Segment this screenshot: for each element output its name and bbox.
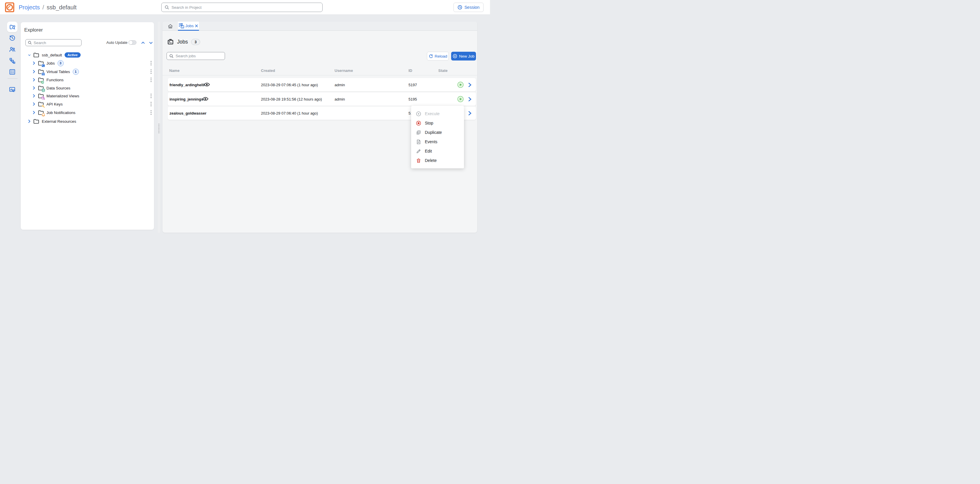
- home-icon: [167, 23, 173, 29]
- chevron-right-icon[interactable]: [33, 102, 35, 106]
- chevron-right-icon[interactable]: [28, 119, 31, 123]
- tree-item-functions[interactable]: f() Functions: [21, 76, 154, 84]
- chevron-right-icon[interactable]: [33, 70, 35, 73]
- tab-home[interactable]: [164, 22, 177, 31]
- tree-item-materialized-views[interactable]: Materialized Views: [21, 92, 154, 100]
- chevron-down-icon[interactable]: [28, 53, 31, 57]
- pencil-icon: [416, 149, 421, 154]
- tree-item-label: Job Notifications: [46, 110, 75, 115]
- panel-resize-handle[interactable]: [158, 22, 160, 232]
- job-row-inspiring-jennings[interactable]: inspiring_jennings 2023-08-28 19:51:56 (…: [168, 92, 476, 106]
- play-circle-icon: [416, 111, 421, 116]
- explorer-search-input[interactable]: [33, 41, 79, 45]
- job-id: 5197: [409, 83, 417, 87]
- job-username: admin: [334, 97, 345, 102]
- breadcrumb-separator: /: [42, 4, 44, 11]
- jobs-search-input[interactable]: [176, 54, 222, 58]
- menu-item-label: Events: [425, 139, 438, 144]
- rail-divider: [8, 78, 18, 79]
- tree-item-job-notifications[interactable]: Job Notifications: [21, 109, 154, 116]
- trash-icon: [416, 158, 421, 163]
- rail-lineage-tab[interactable]: [7, 56, 18, 66]
- menu-item-label: Execute: [425, 111, 440, 116]
- rail-monitoring-tab[interactable]: [7, 84, 18, 95]
- kebab-menu-icon[interactable]: [148, 77, 154, 83]
- project-search[interactable]: [161, 3, 323, 12]
- breadcrumb-projects-link[interactable]: Projects: [19, 4, 40, 11]
- state-running-icon[interactable]: [457, 96, 464, 102]
- eye-icon[interactable]: [204, 81, 210, 88]
- tree-item-api-keys[interactable]: API Keys: [21, 100, 154, 108]
- reload-icon: [429, 54, 433, 59]
- rail-users-tab[interactable]: [7, 44, 18, 55]
- reload-label: Reload: [435, 54, 447, 59]
- rail-details-tab[interactable]: [7, 67, 18, 77]
- virtual-tables-count-badge: 1: [73, 69, 79, 75]
- expand-all-button[interactable]: [148, 40, 153, 45]
- chevron-right-icon[interactable]: [33, 61, 35, 65]
- project-search-input[interactable]: [172, 5, 319, 10]
- kebab-menu-icon[interactable]: [148, 93, 154, 99]
- chevron-right-icon[interactable]: [33, 111, 35, 114]
- row-expand-chevron-icon[interactable]: [468, 96, 472, 102]
- rail-history-tab[interactable]: [7, 33, 18, 43]
- kebab-menu-icon[interactable]: [148, 110, 154, 115]
- chevron-right-icon[interactable]: [33, 86, 35, 90]
- job-name: friendly_ardinghelli: [169, 83, 205, 87]
- session-button[interactable]: Session: [453, 3, 484, 12]
- reload-button[interactable]: Reload: [427, 52, 449, 61]
- menu-item-events[interactable]: Events: [411, 137, 464, 146]
- chevron-right-icon[interactable]: [33, 94, 35, 98]
- terminal-glyph-icon: [41, 64, 45, 67]
- app-root: Projects / ssb_default Session: [0, 0, 490, 242]
- chevron-right-icon[interactable]: [33, 78, 35, 81]
- eye-icon[interactable]: [202, 96, 208, 102]
- close-icon[interactable]: [195, 24, 198, 27]
- explorer-search[interactable]: [25, 39, 81, 46]
- details-list-icon: [9, 68, 16, 75]
- row-expand-chevron-icon[interactable]: [468, 110, 472, 116]
- users-icon: [9, 46, 16, 53]
- search-icon: [169, 54, 173, 58]
- state-running-icon[interactable]: [457, 81, 464, 88]
- tree-item-virtual-tables[interactable]: Virtual Tables 1: [21, 68, 154, 75]
- key-glyph-icon: [42, 105, 45, 108]
- collapse-all-button[interactable]: [140, 40, 145, 45]
- tree-item-data-sources[interactable]: Data Sources: [21, 84, 154, 92]
- kebab-menu-icon[interactable]: [148, 61, 154, 66]
- drag-dots-icon: [158, 123, 160, 133]
- ssb-logo-icon[interactable]: [5, 2, 14, 12]
- job-row-friendly-ardinghelli[interactable]: friendly_ardinghelli 2023-08-29 07:06:45…: [168, 78, 476, 91]
- tree-item-label: API Keys: [46, 102, 63, 107]
- explorer-title: Explorer: [24, 27, 43, 33]
- db-search-glyph-icon: [41, 96, 45, 100]
- icon-rail: [0, 14, 21, 242]
- top-bar: Projects / ssb_default Session: [0, 0, 490, 14]
- kebab-menu-icon[interactable]: [148, 102, 154, 107]
- menu-item-stop[interactable]: Stop: [411, 118, 464, 128]
- tree-item-jobs[interactable]: Jobs 3: [21, 59, 154, 67]
- new-job-button[interactable]: New Job: [451, 52, 476, 61]
- tree-item-label: Virtual Tables: [46, 70, 70, 74]
- jobs-list-icon: [179, 23, 184, 29]
- breadcrumb-current-project: ssb_default: [47, 4, 76, 11]
- tree-item-external-resources[interactable]: External Resources: [21, 118, 154, 125]
- menu-item-edit[interactable]: Edit: [411, 146, 464, 156]
- api-keys-folder-icon: [38, 102, 44, 107]
- tree-item-label: Functions: [46, 78, 64, 82]
- jobs-search[interactable]: [167, 52, 225, 60]
- menu-item-delete[interactable]: Delete: [411, 156, 464, 165]
- rail-explorer-tab[interactable]: [7, 22, 18, 32]
- kebab-menu-icon[interactable]: [148, 69, 154, 74]
- tree-item-project-root[interactable]: ssb_default Active: [21, 51, 154, 59]
- menu-item-execute[interactable]: Execute: [411, 109, 464, 118]
- row-expand-chevron-icon[interactable]: [468, 82, 472, 88]
- auto-update-toggle[interactable]: [129, 40, 137, 45]
- tab-jobs[interactable]: Jobs: [178, 22, 199, 31]
- history-clock-icon: [9, 35, 16, 41]
- menu-item-duplicate[interactable]: Duplicate: [411, 128, 464, 137]
- lineage-icon: [9, 57, 16, 64]
- page-title: Jobs: [177, 39, 188, 45]
- tab-bar: Jobs: [162, 22, 477, 31]
- active-badge: Active: [65, 52, 81, 57]
